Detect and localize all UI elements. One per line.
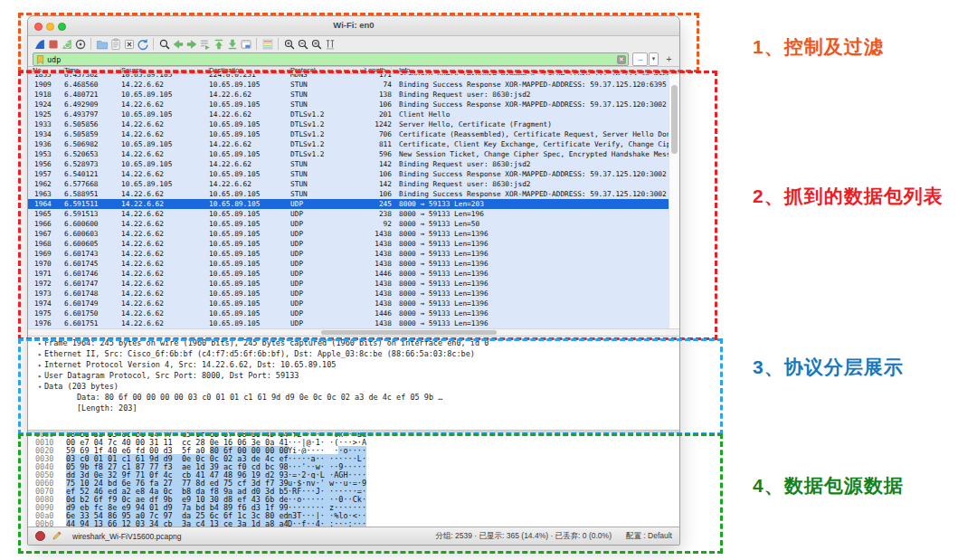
detail-text: Data (203 bytes) (44, 382, 119, 391)
packet-row[interactable]: 19366.50698210.65.89.10514.22.6.62DTLSv1… (28, 139, 679, 149)
packet-row[interactable]: 19646.59151114.22.6.6210.65.89.105UDP245… (28, 199, 679, 209)
packet-row[interactable]: 19256.49379710.65.89.10514.22.6.62DTLSv1… (28, 109, 679, 119)
scrollbar-thumb[interactable] (671, 85, 678, 154)
hex-row[interactable]: 00a06e 33 54 86 95 a0 7c 97 da 25 6c 6f … (28, 511, 679, 519)
hex-row[interactable]: 0050dd 3d 0e 32 9f 71 0f 4c cb 41 47 48 … (28, 470, 679, 479)
packet-row[interactable]: 19346.50585914.22.6.6210.65.89.105DTLSv1… (28, 129, 679, 139)
auto-scroll-icon[interactable] (239, 36, 252, 52)
go-forward-icon[interactable] (185, 36, 198, 52)
packet-row[interactable]: 19676.60060314.22.6.6210.65.89.105UDP143… (28, 229, 679, 239)
zoom-original-icon[interactable] (309, 36, 323, 52)
restart-capture-icon[interactable] (60, 36, 73, 52)
column-header-length[interactable]: Length (365, 67, 392, 73)
close-file-icon[interactable] (122, 36, 136, 52)
packet-no: 1964 (28, 199, 64, 209)
expand-arrow-icon[interactable]: ▸ (35, 362, 44, 369)
colorize-packets-icon[interactable] (261, 36, 274, 52)
capture-options-icon[interactable] (73, 36, 87, 52)
display-filter-input[interactable]: udp ✕ (33, 52, 629, 66)
packet-row[interactable]: 19096.46856014.22.6.6210.65.89.105STUN74… (28, 80, 679, 90)
hex-row[interactable]: 0070ef 52 46 ed a2 e8 4a 0c b8 da f8 9a … (28, 487, 679, 495)
hex-row[interactable]: 0090d9 eb fc 8e e9 94 01 d9 7a bd b4 89 … (28, 503, 679, 511)
resize-columns-icon[interactable] (323, 36, 337, 52)
expand-arrow-icon[interactable]: ▸ (35, 351, 44, 358)
column-header-no[interactable]: No. (28, 67, 64, 73)
packet-dst: 10.65.89.105 (209, 169, 290, 179)
detail-line[interactable]: ▸Internet Protocol Version 4, Src: 14.22… (28, 360, 679, 371)
first-packet-icon[interactable] (212, 36, 225, 52)
go-back-icon[interactable] (171, 36, 185, 52)
packet-row[interactable]: 19736.60174814.22.6.6210.65.89.105UDP143… (28, 289, 679, 299)
find-packet-icon[interactable] (157, 36, 171, 52)
detail-line[interactable]: ▸Frame 1964: 245 bytes on wire (1960 bit… (28, 338, 679, 349)
packet-len: 1438 (365, 318, 392, 328)
hex-row[interactable]: 00800d b2 6f f9 0c ae df 9b e9 10 30 d8 … (28, 495, 679, 503)
packet-row[interactable]: 19246.49290914.22.6.6210.65.89.105STUN10… (28, 100, 679, 109)
horizontal-scrollbar[interactable] (28, 328, 679, 337)
packet-row[interactable]: 19766.60175114.22.6.6210.65.89.105UDP143… (28, 318, 679, 328)
hex-row[interactable]: 006075 10 24 bd 6e 76 fa 27 77 8d ed 75 … (28, 479, 679, 487)
detail-line[interactable]: Data: 80 6f 00 00 00 00 03 c0 01 01 c1 6… (28, 393, 679, 403)
packet-row[interactable]: 19726.60174714.22.6.6210.65.89.105UDP143… (28, 279, 679, 289)
packet-row[interactable]: 19746.60174914.22.6.6210.65.89.105UDP143… (28, 299, 679, 308)
packet-no: 1967 (28, 229, 64, 239)
detail-line[interactable]: ▾Data (203 bytes) (28, 382, 679, 393)
packet-row[interactable]: 19756.60175014.22.6.6210.65.89.105UDP144… (28, 308, 679, 318)
column-header-time[interactable]: Time (64, 67, 121, 73)
profile-label[interactable]: 配置 : Default (626, 531, 672, 542)
filter-dropdown-button[interactable]: ▼ (649, 52, 659, 66)
packet-row[interactable]: 19706.60174514.22.6.6210.65.89.105UDP143… (28, 259, 679, 269)
packet-row[interactable]: 19536.52065314.22.6.6210.65.89.105DTLSv1… (28, 149, 679, 159)
start-capture-icon[interactable] (33, 36, 46, 52)
go-to-packet-icon[interactable] (198, 36, 212, 52)
hex-row[interactable]: 004005 9b f8 27 c1 87 77 f3 ae 1d 39 ac … (28, 462, 679, 470)
packet-row[interactable]: 19636.58895114.22.6.6210.65.89.105STUN10… (28, 189, 679, 199)
packet-row[interactable]: 19186.48072110.65.89.10514.22.6.62STUN13… (28, 90, 679, 100)
status-bar: wireshark_Wi-FiV15600.pcapng 分组: 2539 · … (28, 527, 679, 545)
packet-row[interactable]: 19666.60060014.22.6.6210.65.89.105UDP928… (28, 219, 679, 229)
hex-row[interactable]: 001000 e7 04 7c 40 00 31 11 cc 28 0e 16 … (28, 438, 679, 446)
apply-filter-button[interactable]: → (632, 52, 648, 66)
expand-arrow-icon[interactable]: ▾ (35, 384, 44, 391)
packet-no: 1909 (28, 80, 64, 90)
hex-row[interactable]: 000088 66 5a 03 8c be c4 f7 d5 6f 6b bf … (28, 432, 679, 438)
packet-row[interactable]: 19686.60060514.22.6.6210.65.89.105UDP143… (28, 239, 679, 249)
packet-statistics: 分组: 2539 · 已显示: 365 (14.4%) · 已丢弃: 0 (0.… (435, 531, 612, 542)
packet-row[interactable]: 19696.60174314.22.6.6210.65.89.105UDP143… (28, 249, 679, 259)
packet-list: 18556.45736210.65.89.105224.0.0.251MDNS1… (28, 74, 679, 328)
zoom-in-icon[interactable] (282, 36, 296, 52)
expert-info-icon[interactable] (35, 531, 45, 541)
detail-line[interactable]: [Length: 203] (28, 403, 679, 414)
scrollbar-thumb[interactable] (321, 330, 497, 335)
hex-row[interactable]: 002059 69 1f 40 e6 fd 00 d3 5f a0 80 6f … (28, 446, 679, 454)
packet-row[interactable]: 19716.60174614.22.6.6210.65.89.105UDP144… (28, 269, 679, 279)
add-filter-button[interactable]: + (663, 53, 675, 65)
reload-file-icon[interactable] (136, 36, 149, 52)
capture-comment-icon[interactable] (52, 531, 62, 541)
packet-time: 6.601745 (64, 259, 121, 269)
vertical-scrollbar[interactable] (669, 74, 679, 328)
packet-dst: 10.65.89.105 (209, 318, 290, 328)
expand-arrow-icon[interactable]: ▸ (35, 373, 44, 380)
column-header-destination[interactable]: Destination (209, 67, 290, 73)
filter-bookmark-icon[interactable] (36, 55, 44, 64)
detail-text: Frame 1964: 245 bytes on wire (1960 bits… (44, 338, 488, 347)
clear-filter-icon[interactable]: ✕ (617, 55, 626, 64)
save-file-icon[interactable] (109, 36, 122, 52)
column-header-info[interactable]: Info (392, 67, 679, 73)
last-packet-icon[interactable] (225, 36, 239, 52)
expand-arrow-icon[interactable]: ▸ (35, 340, 44, 347)
packet-row[interactable]: 19656.59151314.22.6.6210.65.89.105UDP238… (28, 209, 679, 219)
detail-line[interactable]: ▸User Datagram Protocol, Src Port: 8000,… (28, 371, 679, 382)
hex-row[interactable]: 003003 c0 01 01 c1 61 9d d9 0e 0c 0c 02 … (28, 454, 679, 462)
column-header-protocol[interactable]: Protocol (290, 67, 365, 73)
detail-line[interactable]: ▸Ethernet II, Src: Cisco_6f:6b:bf (c4:f7… (28, 349, 679, 360)
open-file-icon[interactable] (95, 36, 109, 52)
column-header-source[interactable]: Source (121, 67, 209, 73)
zoom-out-icon[interactable] (296, 36, 309, 52)
packet-row[interactable]: 19576.54012114.22.6.6210.65.89.105STUN10… (28, 169, 679, 179)
stop-capture-icon[interactable] (46, 36, 60, 52)
packet-row[interactable]: 19566.52897310.65.89.10514.22.6.62STUN14… (28, 159, 679, 169)
packet-row[interactable]: 19336.50585614.22.6.6210.65.89.105DTLSv1… (28, 119, 679, 129)
packet-row[interactable]: 19626.57766810.65.89.10514.22.6.62STUN14… (28, 179, 679, 189)
